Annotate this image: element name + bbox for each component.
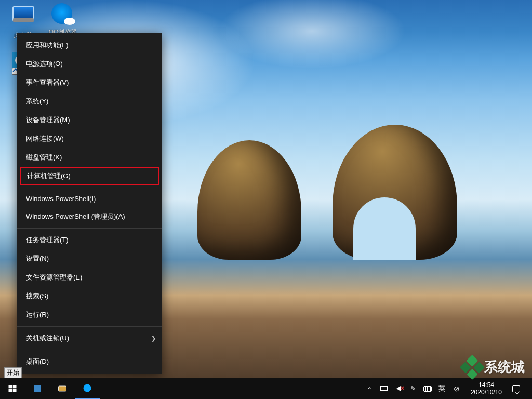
taskbar-clock[interactable]: 14:54 2020/10/10 (467, 381, 506, 396)
system-tray: 英 ⊘ 14:54 2020/10/10 (362, 378, 532, 399)
desktop-icon-qq-browser[interactable]: QQ浏览器 (44, 3, 82, 37)
volume-muted-icon[interactable] (394, 384, 403, 393)
pc-icon (12, 6, 34, 22)
watermark: 系统城 (463, 358, 525, 376)
chevron-right-icon: ❯ (151, 335, 156, 342)
taskbar: 英 ⊘ 14:54 2020/10/10 (0, 378, 532, 399)
svg-rect-5 (59, 386, 66, 391)
menu-separator (17, 350, 162, 350)
menu-separator (17, 188, 162, 188)
svg-rect-0 (9, 385, 12, 388)
menu-item-desktop[interactable]: 桌面(D) (17, 352, 162, 371)
app-icon (32, 383, 43, 394)
taskbar-pinned-app[interactable] (25, 378, 50, 399)
menu-separator (17, 326, 162, 327)
svg-rect-3 (13, 389, 17, 392)
menu-item-file-explorer[interactable]: 文件资源管理器(E) (17, 268, 162, 287)
svg-point-6 (84, 384, 91, 392)
menu-item-run[interactable]: 运行(R) (17, 305, 162, 324)
start-tooltip: 开始 (4, 367, 22, 378)
watermark-logo-icon (460, 354, 485, 379)
wallpaper-rock-arch (332, 125, 457, 260)
desktop-wallpaper: 此电脑 QQ浏览器 应用和功能(F) 电源选项(O) 事件查看器(V) 系统(Y… (0, 0, 532, 399)
svg-rect-1 (13, 385, 17, 388)
ime-mode-indicator[interactable]: 英 (437, 384, 447, 393)
svg-rect-4 (34, 385, 41, 392)
menu-item-powershell[interactable]: Windows PowerShell(I) (17, 190, 162, 207)
taskbar-pinned-app[interactable] (50, 378, 75, 399)
menu-item-search[interactable]: 搜索(S) (17, 287, 162, 305)
menu-item-power-options[interactable]: 电源选项(O) (17, 55, 162, 73)
pen-input-icon[interactable] (408, 384, 418, 393)
menu-item-event-viewer[interactable]: 事件查看器(V) (17, 73, 162, 92)
watermark-text: 系统城 (484, 358, 525, 376)
start-button[interactable] (0, 378, 25, 399)
menu-item-apps-features[interactable]: 应用和功能(F) (17, 36, 162, 55)
show-desktop-button[interactable] (526, 378, 529, 399)
menu-item-label: 关机或注销(U) (26, 334, 69, 342)
app-icon (82, 383, 92, 393)
menu-item-disk-management[interactable]: 磁盘管理(K) (17, 148, 162, 167)
menu-item-powershell-admin[interactable]: Windows PowerShell (管理员)(A) (17, 207, 162, 226)
menu-item-settings[interactable]: 设置(N) (17, 249, 162, 268)
svg-rect-2 (9, 389, 12, 392)
menu-item-computer-management[interactable]: 计算机管理(G) (20, 167, 159, 185)
ime-extra-indicator[interactable]: ⊘ (452, 384, 461, 393)
windows-logo-icon (8, 384, 17, 393)
menu-item-system[interactable]: 系统(Y) (17, 92, 162, 111)
menu-item-task-manager[interactable]: 任务管理器(T) (17, 231, 162, 249)
qq-browser-icon (51, 3, 72, 24)
menu-item-network-connections[interactable]: 网络连接(W) (17, 129, 162, 148)
menu-item-shutdown-signout[interactable]: 关机或注销(U) ❯ (17, 329, 162, 348)
taskbar-running-app[interactable] (75, 378, 100, 399)
tray-overflow-button[interactable] (365, 384, 374, 393)
touch-keyboard-icon[interactable] (423, 384, 432, 393)
clock-time: 14:54 (471, 381, 502, 389)
clock-date: 2020/10/10 (471, 389, 502, 396)
action-center-icon[interactable] (511, 384, 521, 393)
winx-context-menu: 应用和功能(F) 电源选项(O) 事件查看器(V) 系统(Y) 设备管理器(M)… (17, 33, 162, 374)
display-icon[interactable] (379, 384, 389, 393)
menu-item-device-manager[interactable]: 设备管理器(M) (17, 111, 162, 129)
wallpaper-rock (197, 140, 301, 260)
app-icon (57, 383, 68, 394)
menu-separator (17, 228, 162, 229)
